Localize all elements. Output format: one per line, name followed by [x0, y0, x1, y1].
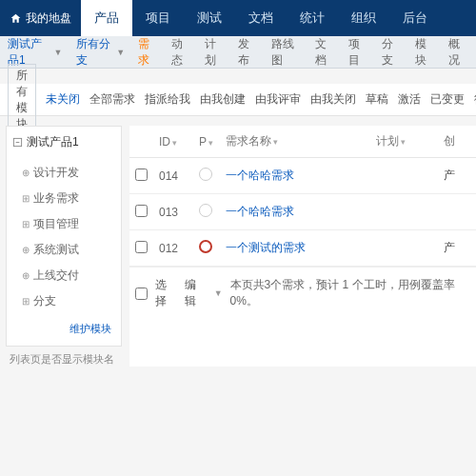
subnav-module[interactable]: 模块: [415, 36, 435, 69]
filter-draft[interactable]: 草稿: [366, 91, 388, 108]
subnav-docs[interactable]: 文档: [315, 36, 335, 69]
col-plan[interactable]: 计划▾: [370, 126, 438, 158]
col-checkbox: [129, 126, 153, 158]
tree-node[interactable]: ⊕系统测试: [12, 237, 115, 263]
home-icon: [10, 12, 22, 25]
col-id[interactable]: ID▾: [153, 126, 193, 158]
subnav-branch[interactable]: 分支: [382, 36, 402, 69]
nav-tab-stats[interactable]: 统计: [287, 0, 338, 36]
cell-plan: [370, 230, 438, 267]
caret-down-icon: ▼: [116, 48, 125, 57]
nav-tab-doc[interactable]: 文档: [235, 0, 287, 36]
sub-navigation: 测试产品1▼ 所有分支▼ 需求 动态 计划 发布 路线图 文档 项目 分支 模块…: [0, 36, 476, 69]
plus-box-icon: ⊞: [22, 193, 30, 204]
filter-tome[interactable]: 指派给我: [145, 91, 190, 108]
subnav-story[interactable]: 需求: [138, 36, 158, 69]
row-checkbox[interactable]: [135, 241, 148, 253]
cell-id[interactable]: 013: [153, 194, 193, 230]
sidebar-hint: 列表页是否显示模块名: [6, 347, 122, 367]
col-name[interactable]: 需求名称▾: [220, 126, 370, 158]
tree-node[interactable]: ⊞项目管理: [12, 211, 115, 237]
nav-tab-org[interactable]: 组织: [338, 0, 389, 36]
story-link[interactable]: 一个哈哈需求: [226, 205, 294, 218]
subnav-release[interactable]: 发布: [238, 36, 258, 69]
priority-high-icon: [199, 240, 212, 253]
table-footer: 选择 编辑▼ 本页共3个需求，预计 1 个工时，用例覆盖率0%。: [129, 267, 476, 319]
filter-active[interactable]: 激活: [398, 91, 421, 108]
row-checkbox[interactable]: [135, 205, 148, 217]
priority-icon: [199, 204, 212, 217]
story-table: ID▾ P▾ 需求名称▾ 计划▾ 创 014 一个哈哈需求 产: [129, 126, 476, 267]
priority-icon: [199, 168, 212, 181]
collapse-icon[interactable]: [12, 137, 23, 148]
maintain-module-link[interactable]: 维护模块: [69, 323, 111, 334]
subnav-overview[interactable]: 概况: [448, 36, 468, 69]
sort-icon: ▾: [172, 138, 177, 148]
summary-text: 本页共3个需求，预计 1 个工时，用例覆盖率0%。: [230, 277, 470, 309]
filter-reviewme[interactable]: 由我评审: [255, 91, 301, 108]
tree-node[interactable]: ⊞分支: [12, 288, 115, 314]
home-label: 我的地盘: [26, 10, 71, 27]
cell-id[interactable]: 012: [153, 230, 193, 267]
cell-create: 产: [438, 230, 476, 267]
edit-button[interactable]: 编辑: [185, 277, 207, 309]
sidebar-title: 测试产品1: [12, 134, 115, 150]
filter-unclosed[interactable]: 未关闭: [46, 91, 80, 108]
sort-icon: ▾: [208, 138, 213, 148]
filter-closeme[interactable]: 由我关闭: [310, 91, 356, 108]
nav-tab-test[interactable]: 测试: [184, 0, 235, 36]
cell-create: [438, 194, 476, 230]
caret-down-icon: ▼: [54, 48, 63, 57]
nav-tab-project[interactable]: 项目: [132, 0, 184, 36]
select-all-checkbox[interactable]: [135, 288, 148, 300]
top-navigation: 我的地盘 产品 项目 测试 文档 统计 组织 后台: [0, 0, 476, 36]
col-priority[interactable]: P▾: [193, 126, 220, 158]
sort-icon: ▾: [401, 137, 406, 147]
cell-create: 产: [438, 158, 476, 194]
plus-icon: ⊕: [22, 168, 30, 178]
subnav-dynamic[interactable]: 动态: [171, 36, 191, 69]
sort-icon: ▾: [273, 137, 278, 147]
branch-selector[interactable]: 所有分支▼: [76, 36, 126, 69]
subnav-plan[interactable]: 计划: [205, 36, 225, 69]
select-label[interactable]: 选择: [155, 277, 177, 309]
filter-bar: 所有模块 未关闭 全部需求 指派给我 由我创建 由我评审 由我关闭 草稿 激活 …: [0, 84, 476, 116]
nav-tab-product[interactable]: 产品: [81, 0, 132, 36]
module-sidebar: 测试产品1 ⊕设计开发 ⊞业务需求 ⊞项目管理 ⊕系统测试 ⊕上线交付 ⊞分支 …: [6, 126, 122, 347]
module-tree: ⊕设计开发 ⊞业务需求 ⊞项目管理 ⊕系统测试 ⊕上线交付 ⊞分支: [12, 160, 115, 314]
plus-icon: ⊕: [22, 245, 30, 255]
nav-tab-admin[interactable]: 后台: [389, 0, 441, 36]
filter-changed[interactable]: 已变更: [430, 91, 465, 108]
cell-id[interactable]: 014: [153, 158, 193, 194]
cell-plan: [370, 194, 438, 230]
tree-node[interactable]: ⊕上线交付: [12, 263, 115, 288]
story-link[interactable]: 一个哈哈需求: [226, 169, 294, 182]
filter-byme[interactable]: 由我创建: [200, 91, 246, 108]
tree-node[interactable]: ⊕设计开发: [12, 160, 115, 186]
tree-node[interactable]: ⊞业务需求: [12, 186, 115, 211]
col-create[interactable]: 创: [438, 126, 476, 158]
table-row: 013 一个哈哈需求: [129, 194, 476, 230]
cell-plan: [370, 158, 438, 194]
story-link[interactable]: 一个测试的需求: [226, 241, 306, 254]
caret-down-icon: ▼: [214, 288, 223, 298]
plus-box-icon: ⊞: [22, 296, 30, 307]
home-link[interactable]: 我的地盘: [0, 0, 81, 36]
plus-box-icon: ⊞: [22, 219, 30, 229]
subnav-proj[interactable]: 项目: [348, 36, 368, 69]
table-row: 012 一个测试的需求 产: [129, 230, 476, 267]
story-table-wrap: ID▾ P▾ 需求名称▾ 计划▾ 创 014 一个哈哈需求 产: [129, 126, 476, 367]
row-checkbox[interactable]: [135, 169, 148, 181]
plus-icon: ⊕: [22, 270, 30, 281]
table-row: 014 一个哈哈需求 产: [129, 158, 476, 194]
filter-all[interactable]: 全部需求: [89, 91, 135, 108]
subnav-roadmap[interactable]: 路线图: [271, 36, 302, 69]
